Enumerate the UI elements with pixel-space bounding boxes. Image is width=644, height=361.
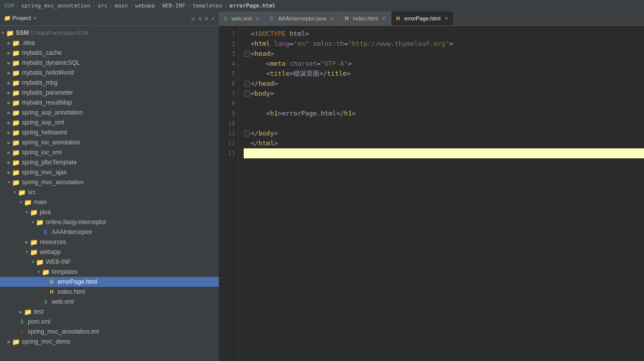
line-number-2: 2 — [219, 39, 235, 49]
tree-item-mybatis_parameter[interactable]: 📁mybatis_parameter — [0, 88, 219, 98]
folder-icon: 📁 — [12, 169, 20, 176]
tab-icon: C — [270, 16, 274, 21]
html-icon: H — [48, 279, 56, 285]
dropdown-arrow[interactable]: ▼ — [33, 16, 37, 21]
tab-close[interactable]: ✕ — [255, 15, 260, 22]
tree-item-spring_mvc_ajax[interactable]: 📁spring_mvc_ajax — [0, 167, 219, 177]
breadcrumb-ssm[interactable]: SSM — [4, 2, 14, 9]
tree-item-test[interactable]: 📁test — [0, 307, 219, 317]
tree-item-ssm[interactable]: 📁SSM D:\IdeaParject\Apr\SSM — [0, 28, 219, 38]
tree-item-spring_mvc_demo[interactable]: 📁spring_mvc_demo — [0, 337, 219, 347]
tree-item-pom_xml[interactable]: Xpom.xml — [0, 317, 219, 327]
breadcrumb-webapp[interactable]: webapp — [135, 2, 155, 9]
tree-label: mybatis_resultMap — [22, 99, 72, 106]
line-number-13: 13 — [219, 148, 235, 158]
tree-label: SSM D:\IdeaParject\Apr\SSM — [16, 29, 89, 36]
tree-item-web_xml[interactable]: Xweb.xml — [0, 297, 219, 307]
tree-item-webapp[interactable]: 📁webapp — [0, 247, 219, 257]
tree-item-spring_aop_annotation[interactable]: 📁spring_aop_annotation — [0, 108, 219, 118]
tree-item-main[interactable]: 📁main — [0, 197, 219, 207]
tree-item-mybatis_resultMap[interactable]: 📁mybatis_resultMap — [0, 98, 219, 108]
locate-icon[interactable]: ◎ — [191, 15, 195, 22]
breadcrumb-templates[interactable]: templates — [192, 2, 222, 9]
tree-item-webinf[interactable]: 📁WEB-INF — [0, 257, 219, 267]
breadcrumb-file: errorPage.html — [229, 2, 276, 9]
line-number-1: 1 — [219, 29, 235, 39]
code-line-1: <!DOCTYPE html> — [244, 29, 644, 39]
tree-label: spring_aop_annotation — [22, 109, 83, 116]
tree-item-aaainterceptor[interactable]: CAAAInterceptor — [0, 227, 219, 237]
tab-label: index.html — [353, 15, 378, 21]
tree-item-spring_mvc_annotation[interactable]: 📁spring_mvc_annotation — [0, 177, 219, 187]
tree-item-mybatis_cache[interactable]: 📁mybatis_cache — [0, 48, 219, 58]
folder-icon: 📁 — [12, 159, 20, 166]
code-line-8 — [244, 99, 644, 109]
line-number-9: 9 — [219, 109, 235, 119]
tree-item-spring_aop_xml[interactable]: 📁spring_aop_xml — [0, 118, 219, 127]
xml-icon: X — [42, 299, 50, 305]
line-number-5: 5 — [219, 69, 235, 79]
tree-item-spring_helloword[interactable]: 📁spring_helloword — [0, 127, 219, 137]
tree-item-mybatis_helloWorld[interactable]: 📁mybatis_helloWorld — [0, 68, 219, 78]
code-content[interactable]: <!DOCTYPE html><html lang="en" xmlns:th=… — [239, 26, 644, 361]
tree-item-templates[interactable]: 📁templates — [0, 267, 219, 277]
tree-item-spring_jdbcTemplate[interactable]: 📁spring_jdbcTemplate — [0, 157, 219, 167]
tree-arrow — [30, 259, 36, 264]
code-text-5: <title>错误页面</title> — [251, 69, 351, 79]
file-tree[interactable]: 📁SSM D:\IdeaParject\Apr\SSM📁.idea📁mybati… — [0, 26, 219, 361]
tab-icon: X — [224, 16, 227, 21]
xml-icon: X — [18, 319, 26, 325]
tree-item-mybatis_mbg[interactable]: 📁mybatis_mbg — [0, 78, 219, 88]
breadcrumb-src[interactable]: src — [97, 2, 107, 9]
tab-index_html[interactable]: Hindex.html✕ — [340, 11, 391, 25]
tree-item-errorpage_html[interactable]: HerrorPage.html — [0, 277, 219, 287]
tree-item-mybatis_dynamicSQL[interactable]: 📁mybatis_dynamicSQL — [0, 58, 219, 68]
code-line-10 — [244, 119, 644, 128]
fold-gutter-7[interactable]: - — [244, 91, 251, 97]
gear-icon[interactable]: ⚙ — [205, 15, 208, 22]
breadcrumb-bar: SSM › spring_mvc_annotation › src › main… — [0, 0, 644, 11]
expand-icon[interactable]: ⇅ — [198, 15, 201, 22]
code-text-7: <body> — [251, 89, 274, 99]
tree-item-spring_ioc_annotation[interactable]: 📁spring_ioc_annotation — [0, 137, 219, 147]
breadcrumb-project[interactable]: spring_mvc_annotation — [21, 2, 91, 9]
tab-bar: Xweb.xml✕CAAAInterceptor.java✕Hindex.htm… — [219, 11, 644, 26]
fold-gutter-11[interactable]: - — [244, 130, 251, 136]
tree-label: pom.xml — [28, 318, 50, 325]
tab-errorpage_html[interactable]: HerrorPage.html✕ — [391, 11, 454, 25]
tree-arrow — [18, 309, 24, 314]
code-line-6: -</head> — [244, 79, 644, 89]
tab-aaaint_java[interactable]: CAAAInterceptor.java✕ — [265, 11, 340, 25]
breadcrumb-main[interactable]: main — [115, 2, 128, 9]
line-number-8: 8 — [219, 99, 235, 109]
tree-item-idea[interactable]: 📁.idea — [0, 38, 219, 48]
tree-item-online_liaojy[interactable]: 📁online.liaojy.interceptor — [0, 217, 219, 227]
fold-gutter-6[interactable]: - — [244, 81, 251, 87]
tree-item-spring_ioc_xml[interactable]: 📁spring_ioc_xml — [0, 147, 219, 157]
tree-item-src[interactable]: 📁src — [0, 187, 219, 197]
tree-label: mybatis_helloWorld — [22, 69, 74, 76]
tree-item-index_html[interactable]: Hindex.html — [0, 287, 219, 297]
tree-arrow — [6, 110, 12, 115]
code-text-6: </head> — [251, 79, 278, 89]
sidebar-title: 📁 Project ▼ — [4, 15, 37, 21]
fold-gutter-3[interactable]: - — [244, 51, 251, 57]
tab-icon: H — [396, 16, 400, 21]
folder-icon: 📁 — [12, 149, 20, 156]
close-sidebar-icon[interactable]: ✕ — [211, 15, 215, 22]
tab-close[interactable]: ✕ — [330, 15, 334, 22]
tree-arrow — [6, 120, 12, 125]
tree-item-spring_mvc_annotation_iml[interactable]: Ispring_mvc_annotation.iml — [0, 327, 219, 337]
tab-close[interactable]: ✕ — [444, 15, 449, 22]
tab-web_xml[interactable]: Xweb.xml✕ — [219, 11, 265, 25]
tab-close[interactable]: ✕ — [381, 15, 386, 22]
breadcrumb-webinf[interactable]: WEB-INF — [162, 2, 185, 9]
tree-item-resources[interactable]: 📁resources — [0, 237, 219, 247]
tree-arrow — [6, 339, 12, 344]
folder-icon: 📁 — [12, 179, 20, 186]
folder-icon: 📁 — [12, 39, 20, 47]
code-line-2: <html lang="en" xmlns:th="http://www.thy… — [244, 39, 644, 49]
code-line-4: <meta charset="UTF-8"> — [244, 59, 644, 69]
tree-item-java[interactable]: 📁java — [0, 207, 219, 217]
folder-icon: 📁 — [18, 189, 26, 196]
